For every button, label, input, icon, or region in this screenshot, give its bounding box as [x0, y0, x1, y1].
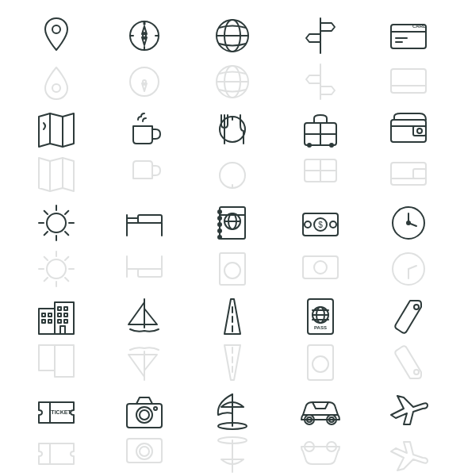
- svg-rect-27: [391, 69, 426, 93]
- icon-cell-travel-book: [188, 199, 276, 293]
- svg-point-13: [143, 80, 146, 83]
- svg-text:TICKET: TICKET: [51, 409, 71, 415]
- card-icon: CARD: [385, 12, 432, 60]
- svg-rect-113: [58, 320, 61, 323]
- price-tag-icon: [385, 293, 432, 340]
- luggage-icon: [297, 106, 344, 153]
- clock-reflection: [385, 245, 432, 293]
- svg-point-140: [140, 410, 149, 420]
- svg-line-58: [44, 232, 47, 235]
- svg-rect-106: [48, 313, 52, 317]
- restaurant-reflection: [209, 152, 256, 199]
- svg-point-50: [47, 213, 66, 232]
- icon-cell-signpost: [276, 12, 364, 106]
- icon-cell-restaurant: [188, 106, 276, 199]
- svg-rect-46: [413, 126, 426, 136]
- svg-rect-48: [391, 163, 426, 185]
- svg-rect-94: [303, 256, 338, 278]
- coffee-icon: [121, 106, 168, 153]
- signpost-reflection: [297, 58, 344, 106]
- icon-cell-bed: [100, 199, 188, 293]
- compass-reflection: [121, 58, 168, 106]
- svg-rect-49: [413, 169, 426, 178]
- sun-reflection: [33, 245, 80, 293]
- svg-point-141: [154, 407, 157, 410]
- svg-point-0: [52, 25, 60, 33]
- location-pin-icon: [33, 12, 80, 60]
- icon-grid: N: [4, 4, 460, 472]
- svg-point-93: [330, 221, 336, 228]
- svg-line-56: [65, 232, 68, 235]
- svg-rect-116: [39, 345, 55, 370]
- icon-cell-sailboat: [100, 293, 188, 386]
- svg-rect-112: [64, 313, 67, 317]
- svg-line-55: [44, 211, 47, 214]
- icon-cell-camera: [100, 386, 188, 476]
- icon-cell-money: $: [276, 199, 364, 293]
- ticket-reflection: [33, 432, 80, 476]
- svg-line-67: [44, 257, 47, 260]
- svg-marker-9: [142, 37, 147, 45]
- svg-text:PASS: PASS: [314, 325, 327, 330]
- sailboat-icon: [121, 293, 168, 340]
- money-icon: $: [297, 199, 344, 247]
- globe-icon: [209, 12, 256, 60]
- airplane-icon: [385, 386, 432, 434]
- icon-cell-wallet: [364, 106, 452, 199]
- passport-icon: PASS: [297, 293, 344, 340]
- svg-marker-8: [142, 26, 147, 34]
- camera-reflection: [121, 432, 168, 476]
- buildings-reflection: [33, 339, 80, 386]
- svg-marker-12: [142, 83, 147, 91]
- icon-cell-buildings: [12, 293, 100, 386]
- beach-reflection: [209, 432, 256, 476]
- svg-rect-108: [48, 320, 52, 323]
- svg-point-47: [417, 129, 422, 133]
- card-reflection: [385, 58, 432, 106]
- icon-cell-sun: [12, 199, 100, 293]
- svg-line-65: [65, 257, 68, 260]
- icon-cell-ticket: TICKET: [12, 386, 100, 476]
- buildings-icon: [33, 293, 80, 340]
- svg-text:CARD: CARD: [412, 24, 427, 29]
- svg-rect-75: [138, 269, 162, 277]
- price-tag-reflection: [385, 339, 432, 386]
- svg-point-59: [47, 259, 66, 278]
- svg-line-64: [44, 278, 47, 281]
- car-reflection: [297, 432, 344, 476]
- icon-cell-map: [12, 106, 100, 199]
- sailboat-reflection: [121, 339, 168, 386]
- svg-point-132: [313, 356, 328, 372]
- svg-point-1: [52, 84, 60, 92]
- airplane-reflection: [385, 432, 432, 476]
- svg-rect-109: [58, 307, 61, 310]
- passport-reflection: [297, 339, 344, 386]
- svg-rect-105: [42, 313, 45, 317]
- svg-text:$: $: [318, 221, 323, 229]
- clock-icon: [385, 199, 432, 247]
- car-icon: [297, 386, 344, 434]
- icon-cell-clock: [364, 199, 452, 293]
- wallet-reflection: [385, 152, 432, 199]
- svg-point-92: [305, 221, 311, 228]
- icon-cell-globe: [188, 12, 276, 106]
- svg-rect-45: [391, 120, 426, 142]
- map-icon: [33, 106, 80, 153]
- road-icon: [209, 293, 256, 340]
- road-reflection: [209, 339, 256, 386]
- svg-line-57: [65, 211, 68, 214]
- ticket-icon: TICKET: [33, 386, 80, 434]
- svg-line-66: [65, 278, 68, 281]
- coffee-reflection: [121, 152, 168, 199]
- svg-rect-70: [138, 215, 162, 223]
- travel-book-reflection: [209, 245, 256, 293]
- svg-text:N: N: [142, 21, 145, 25]
- svg-rect-110: [64, 307, 67, 310]
- wallet-icon: [385, 106, 432, 153]
- svg-point-88: [224, 263, 240, 278]
- compass-icon: N: [121, 12, 168, 60]
- icon-cell-luggage: [276, 106, 364, 199]
- icon-cell-passport: PASS: [276, 293, 364, 386]
- signpost-icon: [297, 12, 344, 60]
- svg-rect-111: [58, 313, 61, 317]
